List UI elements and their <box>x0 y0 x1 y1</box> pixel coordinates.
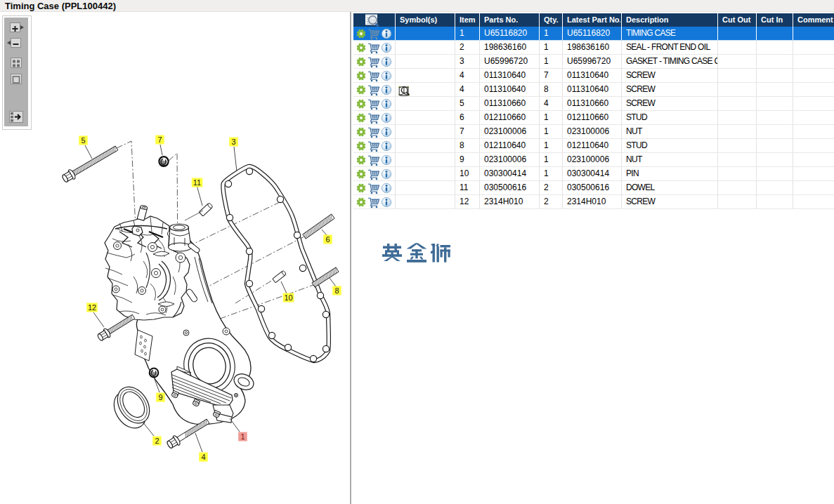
svg-text:1: 1 <box>240 432 245 441</box>
svg-text:2: 2 <box>155 437 159 445</box>
svg-text:9: 9 <box>158 393 162 402</box>
svg-text:6: 6 <box>325 235 330 244</box>
svg-text:7: 7 <box>157 135 162 144</box>
svg-text:3: 3 <box>231 138 235 146</box>
svg-text:12: 12 <box>88 303 96 312</box>
svg-text:4: 4 <box>201 453 205 461</box>
svg-text:11: 11 <box>193 178 201 187</box>
svg-text:5: 5 <box>81 136 85 145</box>
svg-text:8: 8 <box>334 286 339 295</box>
svg-text:10: 10 <box>284 293 292 302</box>
